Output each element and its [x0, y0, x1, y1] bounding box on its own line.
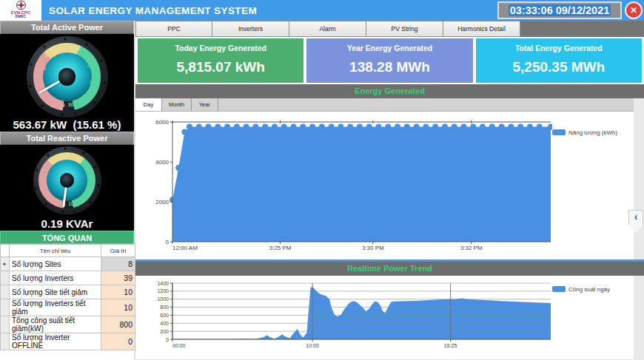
range-tab-day[interactable]: Day — [135, 98, 162, 111]
range-tab-year[interactable]: Year — [192, 98, 218, 111]
gauge-tick-label: 100 — [68, 200, 76, 206]
gauge-tick-dot — [93, 101, 95, 103]
svg-text:200: 200 — [160, 329, 169, 334]
gauge-tick-dot — [100, 60, 102, 62]
svg-text:12:00 AM: 12:00 AM — [172, 245, 198, 251]
metric-name: Số lượng Inverter OFFLINE — [10, 333, 101, 350]
metric-name: Tổng công suất tiết giảm(kW) — [10, 316, 101, 333]
gauge-tick-label: 90 — [81, 194, 87, 199]
overview-table: Tên chỉ tiêuGiá trị▸Số lượng Sites8Số lư… — [0, 244, 135, 350]
gauge-tick-label: 3249 — [82, 93, 93, 98]
svg-text:10:00: 10:00 — [306, 343, 319, 348]
card-label: Total Energy Generated — [476, 44, 642, 52]
table-row[interactable]: Số lượng Inverters tiết giảm10 — [1, 299, 135, 316]
active-power-value: 563.67 kW (15.61 %) — [0, 118, 134, 131]
power-section-title: Realtime Power Trend — [347, 264, 432, 273]
row-selector[interactable] — [1, 299, 10, 316]
metric-value: 10 — [101, 299, 135, 316]
power-chart-panel: 020040060080010001200140000:0010:0015:25… — [135, 276, 634, 359]
metric-value: 8 — [101, 257, 135, 271]
tab-inverters[interactable]: Inverters — [212, 21, 289, 37]
gauge-tick-dot — [64, 38, 66, 40]
gauge-tick-label: 361 — [44, 95, 53, 101]
gauge-tick-label: 3610 — [68, 101, 78, 106]
svg-text:1400: 1400 — [157, 281, 169, 286]
active-power-gauge: 036172210831444180521662527288832493610 — [27, 36, 108, 118]
gauge-tick-dot — [36, 188, 38, 190]
svg-text:1200: 1200 — [157, 288, 169, 293]
card-label: Year Energy Generated — [306, 44, 472, 52]
content: Total Active Power 036172210831444180521… — [0, 21, 644, 360]
card-value: 5,250.35 MWh — [476, 59, 642, 75]
energy-section-header: Energy Generated — [135, 84, 644, 98]
clock-text: 03:33:06 09/12/2021 — [509, 4, 611, 16]
gauge-tick-dot — [36, 169, 38, 171]
gauge-tick-label: 20 — [41, 184, 47, 189]
svg-text:00:00: 00:00 — [172, 343, 186, 348]
gauge-tick-dot — [89, 201, 91, 203]
tab-harmonics-detail[interactable]: Harmonics Detail — [443, 21, 520, 37]
metric-name: Số lượng Site tiết giảm — [10, 285, 101, 299]
titlebar: EVN CPC EMEC SOLAR ENERGY MANAGEMENT SYS… — [0, 0, 644, 21]
metric-value: 800 — [101, 316, 135, 333]
svg-text:3:32 PM: 3:32 PM — [460, 245, 483, 251]
table-row[interactable]: Tổng công suất tiết giảm(kW)800 — [1, 316, 135, 333]
active-power-header: Total Active Power — [0, 21, 134, 34]
tab-pv-string[interactable]: PV String — [366, 21, 443, 37]
energy-card: Total Energy Generated5,250.35 MWh — [476, 38, 642, 83]
energy-chart-legend: Năng lượng (kWh) — [552, 128, 617, 137]
reactive-power-panel: 0102030405060708090100 0.19 KVAr — [0, 145, 134, 231]
svg-text:1000: 1000 — [157, 296, 169, 302]
chevron-left-icon: ‹ — [634, 211, 638, 233]
table-row[interactable]: Số lượng Inverter OFFLINE0 — [1, 333, 135, 350]
gauge-tick-label: 2527 — [87, 62, 98, 67]
gauge-tick-label: 1083 — [35, 65, 45, 70]
logo-text-bottom: EMEC — [0, 15, 41, 18]
reactive-power-value: 0.19 KVAr — [0, 217, 134, 230]
reactive-power-gauge: 0102030405060708090100 — [33, 146, 101, 214]
main-area: PPCInvertersAlarmPV StringHarmonics Deta… — [135, 21, 644, 360]
gauge-tick-dot — [62, 211, 64, 213]
range-tab-month[interactable]: Month — [162, 98, 192, 111]
clock-display[interactable]: 03:33:06 09/12/2021 — [497, 1, 622, 19]
table-row[interactable]: Số lượng Inverters39 — [1, 271, 135, 285]
active-power-panel: 036172210831444180521662527288832493610 … — [0, 34, 134, 132]
gauge-tick-label: 2888 — [90, 78, 100, 84]
row-selector[interactable] — [1, 333, 10, 350]
sidebar: Total Active Power 036172210831444180521… — [0, 21, 135, 360]
gauge-tick-dot — [30, 64, 33, 66]
table-row[interactable]: Số lượng Site tiết giảm10 — [1, 285, 135, 299]
evn-logo: EVN CPC EMEC — [0, 0, 41, 21]
gauge-tick-dot — [104, 82, 106, 84]
gauge-tick-dot — [47, 154, 49, 156]
card-value: 5,815.07 kWh — [138, 59, 303, 75]
metric-name: Số lượng Inverters — [10, 271, 101, 285]
row-selector[interactable] — [1, 316, 10, 333]
svg-text:0: 0 — [166, 337, 169, 342]
energy-card: Year Energy Generated138.28 MWh — [306, 38, 472, 83]
row-selector[interactable] — [1, 271, 10, 285]
svg-text:3:25 PM: 3:25 PM — [269, 245, 292, 251]
app-window: EVN CPC EMEC SOLAR ENERGY MANAGEMENT SYS… — [0, 0, 644, 360]
overview-table-wrap: Tên chỉ tiêuGiá trị▸Số lượng Sites8Số lư… — [0, 244, 134, 360]
metric-value: 0 — [101, 333, 135, 350]
gauge-tick-label: 722 — [36, 81, 44, 86]
column-header: Tên chỉ tiêu — [10, 245, 101, 257]
svg-text:400: 400 — [160, 321, 169, 326]
tab-alarm[interactable]: Alarm — [289, 21, 366, 37]
legend-label: Công suất ngày — [568, 286, 610, 293]
row-selector[interactable] — [1, 285, 10, 299]
evn-logo-icon — [16, 0, 27, 10]
legend-swatch — [552, 129, 566, 135]
row-selector[interactable]: ▸ — [1, 257, 10, 271]
gauge-tick-dot — [41, 104, 43, 106]
legend-swatch — [552, 286, 566, 292]
gauge-tick-label: 40 — [50, 159, 56, 164]
svg-text:4000: 4000 — [155, 159, 169, 166]
gauge-tick-dot — [45, 203, 47, 206]
table-row[interactable]: ▸Số lượng Sites8 — [1, 257, 135, 271]
gauge-tick-label: 1805 — [60, 47, 70, 52]
svg-text:2000: 2000 — [155, 199, 169, 206]
close-button[interactable]: ✕ — [625, 1, 643, 19]
tab-ppc[interactable]: PPC — [135, 21, 212, 37]
